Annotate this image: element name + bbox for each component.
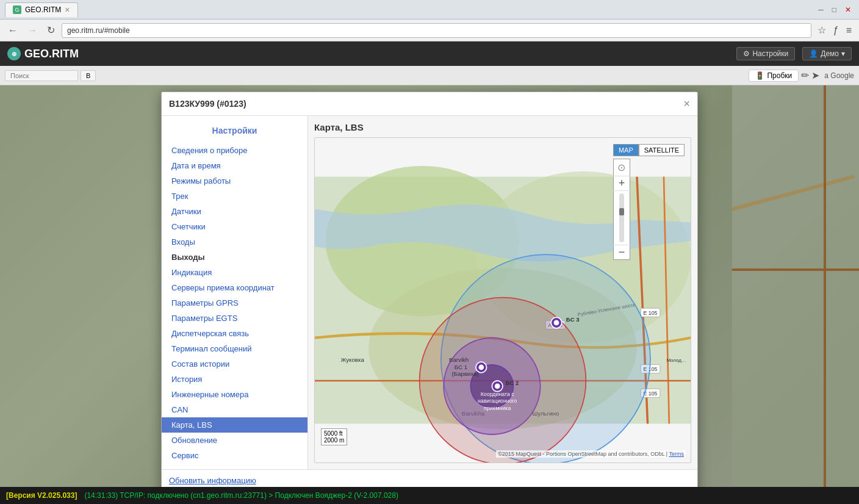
update-info-link[interactable]: Обновить информацию (169, 476, 256, 485)
modal-header: В123КУ999 (#0123) × (162, 92, 697, 116)
browser-frame: G GEO.RITM × ─ □ ✕ ← → ↻ ☆ ƒ ≡ ⊕ GEO.RIT… (0, 0, 859, 504)
svg-text:навигационного: навигационного (478, 398, 517, 404)
svg-point-25 (478, 365, 484, 370)
tab-title: GEO.RITM (25, 5, 61, 14)
svg-text:БС 2: БС 2 (505, 380, 519, 386)
sidebar-item-sensors[interactable]: Датчики (162, 204, 307, 219)
browser-tab[interactable]: G GEO.RITM × (5, 2, 78, 17)
sidebar-item-history-comp[interactable]: Состав истории (162, 356, 307, 372)
sidebar-item-service[interactable]: Сервис (162, 448, 307, 463)
scale-ft: 5000 ft (324, 430, 344, 437)
logo-text: GEO.RITM (24, 48, 79, 60)
header-tools: ⚙ Настройки 👤 Демо ▾ (736, 47, 852, 60)
svg-text:Молод…: Молод… (666, 358, 686, 363)
svg-text:БС 1: БС 1 (455, 364, 467, 370)
address-bar[interactable] (62, 23, 811, 38)
settings-label: Настройки (752, 49, 788, 58)
map-panel: Карта, LBS (308, 116, 697, 469)
map-display[interactable]: E 105 E 105 E 105 А-106 Рублёво-У (314, 137, 691, 463)
draw-btn[interactable]: ✏ (801, 70, 809, 81)
compass-icon: ⊙ (613, 159, 630, 176)
tab-close-btn[interactable]: × (65, 5, 70, 14)
header-settings-btn[interactable]: ⚙ Настройки (736, 47, 795, 60)
window-restore-btn[interactable]: □ (829, 4, 839, 15)
sidebar-item-dispatch[interactable]: Диспетчерская связь (162, 326, 307, 341)
map-panel-title: Карта, LBS (314, 122, 691, 132)
sidebar-item-can[interactable]: CAN (162, 402, 307, 417)
zoom-slider[interactable] (619, 193, 624, 242)
browser-titlebar: G GEO.RITM × ─ □ ✕ (0, 0, 859, 20)
sidebar-item-egts-params[interactable]: Параметры EGTS (162, 311, 307, 326)
modal-close-btn[interactable]: × (683, 98, 690, 109)
header-demo-btn[interactable]: 👤 Демо ▾ (802, 47, 852, 60)
nav-arrow-btn[interactable]: ➤ (811, 70, 819, 81)
traffic-btn[interactable]: 🚦 Пробки (749, 70, 799, 82)
map-controls: MAP SATELLITE ⊙ + (613, 144, 685, 260)
map-copyright: ©2015 MapQuest - Portions OpenStreetMap … (496, 450, 686, 458)
modal-overlay: В123КУ999 (#0123) × Настройки Сведения о… (0, 85, 859, 487)
svg-text:приемника: приемника (484, 405, 511, 411)
zoom-thumb (619, 208, 624, 215)
reload-btn[interactable]: ↻ (44, 23, 58, 37)
back-btn[interactable]: ← (5, 24, 21, 37)
forward-btn[interactable]: → (24, 24, 40, 37)
status-bar: [Версия V2.025.033] (14:31:33) TCP/IP: п… (0, 487, 859, 504)
user-icon: 👤 (809, 49, 818, 58)
app-container: ⊕ GEO.RITM ⚙ Настройки 👤 Демо ▾ В (0, 41, 859, 504)
sidebar-item-work-modes[interactable]: Режимы работы (162, 173, 307, 189)
svg-text:Координата с: Координата с (481, 391, 514, 397)
svg-point-22 (554, 320, 559, 326)
zoom-in-btn[interactable]: + (613, 176, 630, 191)
svg-text:БС 3: БС 3 (566, 316, 580, 323)
settings-sidebar: Настройки Сведения о приборе Дата и врем… (162, 116, 308, 469)
terms-link[interactable]: Terms (669, 451, 685, 457)
traffic-label: Пробки (767, 71, 792, 80)
sidebar-item-datetime[interactable]: Дата и время (162, 158, 307, 173)
search-input[interactable] (5, 70, 78, 81)
traffic-icon: 🚦 (755, 71, 764, 80)
sidebar-item-outputs[interactable]: Выходы (162, 250, 307, 265)
app-header: ⊕ GEO.RITM ⚙ Настройки 👤 Демо ▾ (0, 41, 859, 66)
toolbar-icons: ☆ ƒ ≡ (815, 23, 854, 37)
sidebar-item-terminal[interactable]: Терминал сообщений (162, 341, 307, 356)
bookmark-star-btn[interactable]: ☆ (815, 23, 828, 37)
sidebar-item-inputs[interactable]: Входы (162, 234, 307, 250)
window-close-btn[interactable]: ✕ (842, 4, 854, 15)
browser-toolbar: ← → ↻ ☆ ƒ ≡ (0, 20, 859, 41)
sidebar-item-eng-numbers[interactable]: Инженерные номера (162, 387, 307, 402)
app-logo: ⊕ GEO.RITM (7, 47, 79, 60)
sec-v-btn[interactable]: В (81, 70, 96, 81)
svg-text:Жуковка: Жуковка (340, 356, 364, 363)
modal-title: В123КУ999 (#0123) (169, 99, 246, 109)
sidebar-item-track[interactable]: Трек (162, 189, 307, 204)
window-minimize-btn[interactable]: ─ (815, 4, 827, 15)
map-type-buttons: MAP SATELLITE (613, 144, 685, 156)
extensions-btn[interactable]: ƒ (831, 24, 841, 37)
sidebar-item-history[interactable]: История (162, 372, 307, 387)
demo-label: Демо (821, 49, 839, 58)
svg-text:(Барвиха): (Барвиха) (451, 370, 478, 377)
settings-icon: ⚙ (743, 49, 750, 58)
sidebar-item-indication[interactable]: Индикация (162, 265, 307, 280)
logo-icon: ⊕ (7, 47, 21, 60)
sidebar-item-device-info[interactable]: Сведения о приборе (162, 143, 307, 158)
sidebar-item-map-lbs[interactable]: Карта, LBS (162, 417, 307, 433)
sidebar-item-gprs-params[interactable]: Параметры GPRS (162, 295, 307, 311)
sidebar-title: Настройки (162, 122, 307, 143)
svg-text:Barvikh: Barvikh (449, 356, 469, 363)
menu-btn[interactable]: ≡ (844, 24, 854, 37)
map-scale: 5000 ft 2000 m (321, 428, 347, 445)
modal-body: Настройки Сведения о приборе Дата и врем… (162, 116, 697, 469)
demo-chevron-icon: ▾ (841, 49, 845, 58)
map-type-map-btn[interactable]: MAP (613, 144, 639, 156)
zoom-out-btn[interactable]: − (613, 245, 630, 259)
tab-favicon: G (13, 5, 21, 14)
svg-text:E 105: E 105 (644, 310, 658, 316)
map-area-wrapper: В123КУ999 (#0123) × Настройки Сведения о… (0, 85, 859, 487)
secondary-toolbar: В 🚦 Пробки ✏ ➤ а Google (0, 66, 859, 85)
version-label: [Версия V2.025.033] (6, 491, 84, 500)
map-type-satellite-btn[interactable]: SATELLITE (639, 144, 685, 156)
sidebar-item-coord-servers[interactable]: Серверы приема координат (162, 280, 307, 295)
sidebar-item-update[interactable]: Обновление (162, 433, 307, 448)
sidebar-item-counters[interactable]: Счетчики (162, 219, 307, 234)
